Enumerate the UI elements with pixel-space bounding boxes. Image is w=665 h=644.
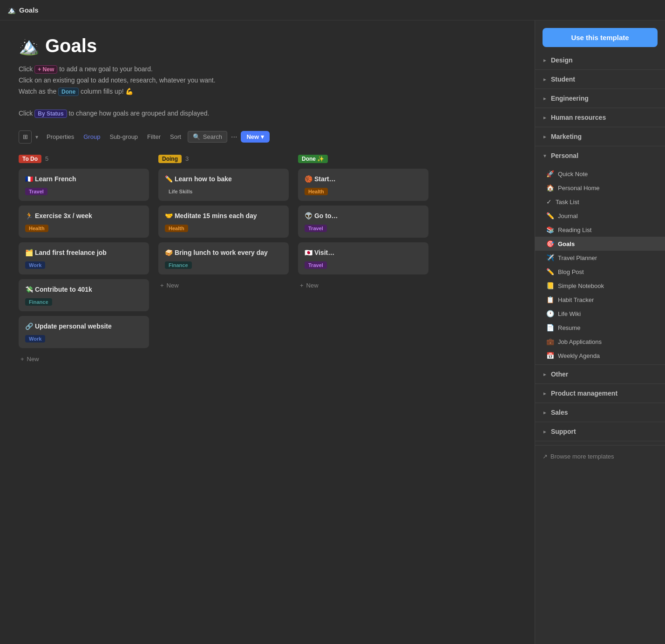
kanban-card[interactable]: 🔗 Update personal websiteWork — [19, 316, 149, 348]
sidebar-section-header-product-management[interactable]: ►Product management — [535, 384, 665, 403]
sidebar-section-label-other: Other — [551, 370, 568, 378]
sidebar-item-label: Blog Post — [558, 268, 584, 275]
sidebar-item-icon: ✏️ — [546, 212, 554, 219]
sidebar-section-other: ►Other — [535, 365, 665, 384]
group-btn[interactable]: Group — [81, 131, 103, 142]
kanban-card[interactable]: 👽 Go to…Travel — [298, 206, 428, 238]
sidebar-item-label: Goals — [558, 240, 575, 247]
sidebar-section-support: ►Support — [535, 422, 665, 441]
new-btn[interactable]: New ▾ — [241, 131, 270, 143]
kanban-card[interactable]: 🥪 Bring lunch to work every dayFinance — [158, 242, 289, 274]
view-toggle[interactable]: ⊞ — [19, 130, 32, 144]
card-title: 🤝 Meditate 15 mins each day — [165, 212, 282, 219]
sidebar-item-task-list[interactable]: ✓Task List — [535, 195, 665, 209]
status-badge-doing: Doing — [158, 155, 182, 163]
sidebar-section-header-marketing[interactable]: ►Marketing — [535, 127, 665, 146]
chevron-right-icon: ► — [543, 115, 547, 120]
sidebar-section-header-design[interactable]: ►Design — [535, 51, 665, 69]
search-box[interactable]: 🔍 Search — [188, 131, 227, 143]
subgroup-btn[interactable]: Sub-group — [107, 131, 141, 142]
kanban-card[interactable]: 🇫🇷 Learn FrenchTravel — [19, 169, 149, 201]
kanban-card[interactable]: 🏀 Start…Health — [298, 169, 428, 201]
sidebar-item-weekly-agenda[interactable]: 📅Weekly Agenda — [535, 349, 665, 363]
toolbar: ⊞ ▾ Properties Group Sub-group Filter So… — [19, 130, 516, 144]
chevron-right-icon: ► — [543, 429, 547, 434]
kanban-board: To Do5🇫🇷 Learn FrenchTravel🏃 Exercise 3x… — [19, 155, 516, 365]
card-title: 🏀 Start… — [305, 175, 422, 183]
sidebar-item-life-wiki[interactable]: 🕐Life Wiki — [535, 307, 665, 321]
chevron-right-icon: ► — [543, 372, 547, 377]
sidebar-section-header-support[interactable]: ►Support — [535, 422, 665, 441]
sidebar-item-habit-tracker[interactable]: 📋Habit Tracker — [535, 293, 665, 307]
sidebar-section-label-personal: Personal — [551, 152, 578, 159]
new-btn-chevron: ▾ — [261, 133, 264, 140]
sidebar-item-icon: 🏠 — [546, 184, 554, 192]
sidebar-item-label: Quick Note — [558, 171, 588, 178]
kanban-card[interactable]: ✏️ Learn how to bakeLife Skills — [158, 169, 289, 201]
properties-btn[interactable]: Properties — [44, 131, 77, 142]
sidebar-item-reading-list[interactable]: 📚Reading List — [535, 223, 665, 237]
card-title: 🇫🇷 Learn French — [25, 175, 142, 183]
card-tag: Travel — [25, 188, 48, 195]
kanban-card[interactable]: 🇯🇵 Visit…Travel — [298, 242, 428, 274]
sidebar-item-icon: 📚 — [546, 226, 554, 233]
card-tag: Work — [25, 335, 45, 343]
view-chevron[interactable]: ▾ — [35, 134, 38, 140]
sidebar-item-blog-post[interactable]: ✏️Blog Post — [535, 265, 665, 279]
kanban-card[interactable]: 🏃 Exercise 3x / weekHealth — [19, 206, 149, 238]
sidebar-section-header-personal[interactable]: ▼Personal — [535, 146, 665, 165]
kanban-card[interactable]: 💸 Contribute to 401kFinance — [19, 279, 149, 311]
browse-more-link[interactable]: ↗ Browse more templates — [535, 445, 665, 467]
sidebar-item-quick-note[interactable]: 🚀Quick Note — [535, 167, 665, 181]
sidebar-item-icon: 📒 — [546, 282, 554, 289]
sidebar-section-student: ►Student — [535, 70, 665, 89]
add-new-btn-doing[interactable]: +New — [158, 279, 181, 292]
page-title: Goals — [45, 35, 97, 56]
sidebar-section-header-student[interactable]: ►Student — [535, 70, 665, 89]
main-layout: 🏔️ Goals Click + New to add a new goal t… — [0, 21, 665, 644]
sidebar-item-goals[interactable]: 🎯Goals — [535, 237, 665, 251]
sidebar-item-journal[interactable]: ✏️Journal — [535, 209, 665, 223]
card-title: 🗂️ Land first freelance job — [25, 249, 142, 256]
sidebar-item-personal-home[interactable]: 🏠Personal Home — [535, 181, 665, 195]
sidebar-item-label: Resume — [558, 324, 580, 331]
content-area: 🏔️ Goals Click + New to add a new goal t… — [0, 21, 535, 644]
sidebar-section-human-resources: ►Human resources — [535, 108, 665, 127]
card-title: 💸 Contribute to 401k — [25, 286, 142, 293]
search-icon: 🔍 — [193, 133, 200, 140]
sidebar-section-header-sales[interactable]: ►Sales — [535, 403, 665, 422]
kanban-card[interactable]: 🗂️ Land first freelance jobWork — [19, 242, 149, 274]
sidebar-section-header-engineering[interactable]: ►Engineering — [535, 89, 665, 108]
add-new-label: New — [167, 282, 179, 289]
more-btn[interactable]: ··· — [231, 133, 237, 141]
sidebar-item-icon: ✓ — [546, 198, 552, 206]
plus-icon: + — [300, 282, 304, 289]
sidebar-section-marketing: ►Marketing — [535, 127, 665, 146]
sidebar-item-travel-planner[interactable]: ✈️Travel Planner — [535, 251, 665, 265]
sort-btn[interactable]: Sort — [167, 131, 184, 142]
filter-btn[interactable]: Filter — [144, 131, 163, 142]
page-header-icon: 🏔️ — [19, 36, 40, 56]
add-new-label: New — [27, 356, 39, 363]
use-template-button[interactable]: Use this template — [543, 28, 658, 47]
card-title: 🔗 Update personal website — [25, 322, 142, 330]
sidebar-section-engineering: ►Engineering — [535, 89, 665, 108]
card-tag: Travel — [305, 225, 327, 232]
sidebar-item-simple-notebook[interactable]: 📒Simple Notebook — [535, 279, 665, 293]
sidebar-section-sales: ►Sales — [535, 403, 665, 422]
column-header-done: Done ✨ — [298, 155, 428, 163]
add-new-btn-done[interactable]: +New — [298, 279, 320, 292]
add-new-btn-todo[interactable]: +New — [19, 353, 41, 365]
card-title: 🇯🇵 Visit… — [305, 249, 422, 256]
sidebar-section-header-other[interactable]: ►Other — [535, 365, 665, 384]
sidebar-item-icon: ✈️ — [546, 254, 554, 261]
sidebar-section-personal: ▼Personal🚀Quick Note🏠Personal Home✓Task … — [535, 146, 665, 365]
page-icon: 🏔️ — [7, 6, 16, 14]
sidebar-section-product-management: ►Product management — [535, 384, 665, 403]
sidebar-section-header-human-resources[interactable]: ►Human resources — [535, 108, 665, 127]
chevron-right-icon: ► — [543, 96, 547, 101]
kanban-card[interactable]: 🤝 Meditate 15 mins each dayHealth — [158, 206, 289, 238]
sidebar-item-label: Personal Home — [558, 185, 600, 192]
sidebar-item-resume[interactable]: 📄Resume — [535, 321, 665, 335]
sidebar-item-job-applications[interactable]: 💼Job Applications — [535, 335, 665, 349]
